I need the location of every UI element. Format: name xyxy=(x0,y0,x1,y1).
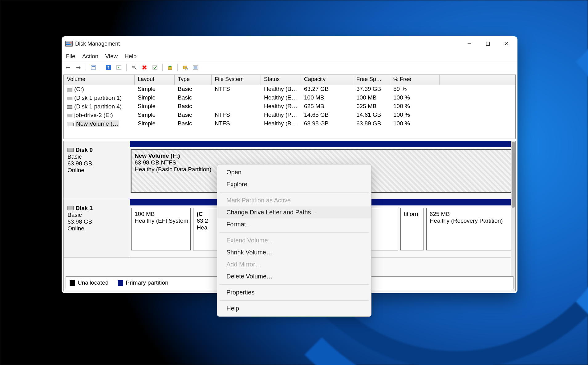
col-free[interactable]: Free Sp… xyxy=(353,75,390,85)
find-icon[interactable] xyxy=(130,64,138,71)
table-row[interactable]: (Disk 1 partition 4)SimpleBasicHealthy (… xyxy=(64,102,515,111)
svg-rect-14 xyxy=(153,65,157,70)
menu-separator xyxy=(220,300,369,301)
app-icon xyxy=(65,41,73,47)
drive-icon xyxy=(67,97,72,100)
menu-separator xyxy=(220,232,369,233)
menu-item[interactable]: Shrink Volume… xyxy=(217,246,371,258)
col-cap[interactable]: Capacity xyxy=(301,75,353,85)
menu-item: Extend Volume… xyxy=(217,234,371,246)
partition[interactable]: 100 MBHealthy (EFI System P xyxy=(131,208,191,250)
svg-rect-5 xyxy=(92,66,95,67)
drive-icon xyxy=(67,114,72,117)
col-status[interactable]: Status xyxy=(261,75,301,85)
legend-unallocated: Unallocated xyxy=(78,279,108,286)
menu-item[interactable]: Help xyxy=(217,302,371,314)
svg-line-11 xyxy=(135,68,136,69)
table-row[interactable]: New Volume (…SimpleBasicNTFSHealthy (B…6… xyxy=(64,120,515,128)
menu-help[interactable]: Help xyxy=(124,53,136,60)
col-fs[interactable]: File System xyxy=(212,75,261,85)
menu-separator xyxy=(220,284,369,285)
legend-swatch-unallocated xyxy=(70,280,75,286)
col-pct[interactable]: % Free xyxy=(390,75,440,85)
svg-rect-15 xyxy=(168,67,172,70)
help-icon[interactable]: ? xyxy=(105,64,112,71)
menu-file[interactable]: File xyxy=(66,53,75,60)
menu-view[interactable]: View xyxy=(105,53,118,60)
drive-icon xyxy=(67,123,74,126)
window-title: Disk Management xyxy=(75,41,120,47)
table-row[interactable]: job-drive-2 (E:)SimpleBasicNTFSHealthy (… xyxy=(64,111,515,120)
menu-item[interactable]: Properties xyxy=(217,286,371,298)
drive-icon xyxy=(67,148,74,152)
view-icon[interactable] xyxy=(181,64,189,71)
drive-icon xyxy=(67,105,72,109)
menu-item[interactable]: Format… xyxy=(217,218,371,230)
table-row[interactable]: (C:)SimpleBasicNTFSHealthy (B…63.27 GB37… xyxy=(64,85,515,94)
maximize-button[interactable] xyxy=(479,38,497,50)
titlebar[interactable]: Disk Management xyxy=(62,36,517,51)
settings-icon[interactable] xyxy=(151,64,159,71)
scrollbar[interactable] xyxy=(511,141,515,291)
disk-label[interactable]: Disk 1Basic63.98 GBOnline xyxy=(64,199,130,257)
back-icon[interactable]: ⬅ xyxy=(64,64,71,71)
svg-point-10 xyxy=(132,66,135,68)
minimize-button[interactable] xyxy=(460,38,479,50)
col-type[interactable]: Type xyxy=(175,75,212,85)
delete-icon[interactable] xyxy=(141,64,148,71)
context-menu[interactable]: OpenExploreMark Partition as ActiveChang… xyxy=(217,164,371,317)
menu-item[interactable]: Explore xyxy=(217,178,371,190)
svg-rect-1 xyxy=(486,42,490,46)
forward-icon[interactable]: ➡ xyxy=(75,64,82,71)
menu-item[interactable]: Change Drive Letter and Paths… xyxy=(217,206,371,218)
volume-list[interactable]: Volume Layout Type File System Status Ca… xyxy=(63,75,516,139)
menu-separator xyxy=(220,192,369,193)
menubar: File Action View Help xyxy=(62,51,517,62)
list-icon[interactable] xyxy=(192,64,199,71)
menu-item: Mark Partition as Active xyxy=(217,194,371,206)
moveup-icon[interactable] xyxy=(166,64,174,71)
volume-list-header[interactable]: Volume Layout Type File System Status Ca… xyxy=(64,75,515,85)
disk-label[interactable]: Disk 0Basic63.98 GBOnline xyxy=(64,141,130,199)
menu-item: Add Mirror… xyxy=(217,258,371,270)
properties-icon[interactable] xyxy=(90,64,97,71)
drive-icon xyxy=(67,206,74,210)
svg-marker-16 xyxy=(169,65,171,67)
legend-swatch-primary xyxy=(118,280,123,286)
toolbar: ⬅ ➡ ? xyxy=(62,62,517,73)
close-button[interactable] xyxy=(497,38,516,50)
menu-action[interactable]: Action xyxy=(82,53,99,60)
partition[interactable]: 625 MBHealthy (Recovery Partition) xyxy=(426,208,512,250)
drive-icon xyxy=(67,88,72,91)
refresh-icon[interactable] xyxy=(115,64,123,71)
col-volume[interactable]: Volume xyxy=(64,75,135,85)
scrollbar-thumb[interactable] xyxy=(512,142,515,208)
menu-item[interactable]: Delete Volume… xyxy=(217,270,371,282)
partition[interactable]: tition) xyxy=(400,208,424,250)
col-layout[interactable]: Layout xyxy=(135,75,175,85)
menu-item[interactable]: Open xyxy=(217,166,371,178)
svg-text:?: ? xyxy=(107,65,110,70)
table-row[interactable]: (Disk 1 partition 1)SimpleBasicHealthy (… xyxy=(64,94,515,102)
legend-primary: Primary partition xyxy=(126,279,168,286)
